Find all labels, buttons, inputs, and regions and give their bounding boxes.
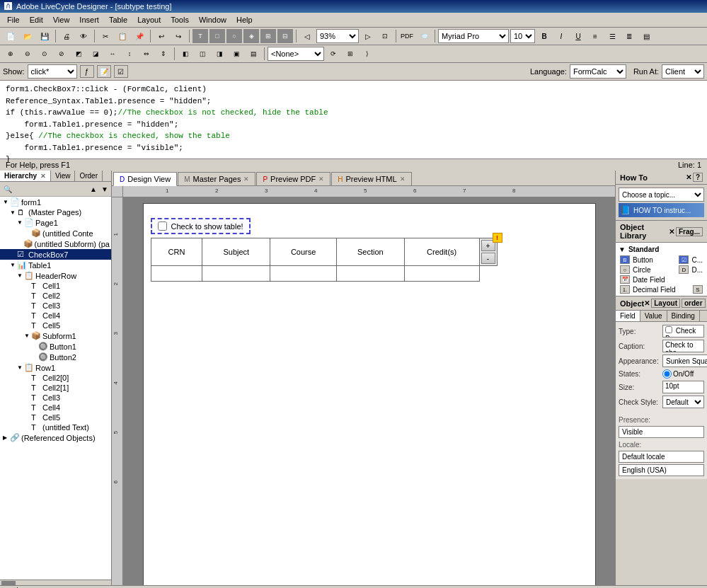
data-course[interactable]: [270, 266, 337, 282]
obj-lib-tab2[interactable]: Frag...: [676, 227, 703, 236]
howto-close-icon[interactable]: ✕: [686, 173, 691, 181]
obj-panel-close-icon[interactable]: ✕: [644, 299, 650, 307]
howto-topic-select[interactable]: Choose a topic...: [619, 188, 704, 202]
menu-table[interactable]: Table: [105, 14, 132, 25]
save-btn[interactable]: 💾: [37, 29, 52, 43]
open-btn[interactable]: 📂: [20, 29, 35, 43]
t2-btn7[interactable]: ↔: [105, 47, 120, 61]
runat-select[interactable]: Client: [662, 64, 704, 79]
pdf-btn[interactable]: PDF: [399, 29, 415, 43]
tree-item-headerrow[interactable]: ▼ 📋 HeaderRow: [0, 270, 111, 281]
canvas-scroll[interactable]: Check to show table! CRN Subject Cour: [123, 197, 615, 585]
t2-btn2[interactable]: ⊖: [20, 47, 35, 61]
menu-window[interactable]: Window: [195, 14, 231, 25]
h-scroll-thumb[interactable]: [1, 581, 16, 585]
t2-btn17[interactable]: ⊞: [343, 47, 358, 61]
obj-lib-item-circle[interactable]: ○ Circle D D...: [619, 265, 704, 275]
hier-search-icon[interactable]: 🔍: [1, 183, 14, 195]
menu-tools[interactable]: Tools: [166, 14, 193, 25]
lang-select[interactable]: FormCalc: [570, 64, 626, 79]
obj-lib-close-icon[interactable]: ✕: [669, 228, 674, 236]
tree-item-row1[interactable]: ▼ 📋 Row1: [0, 362, 111, 373]
tree-item-cell3r[interactable]: T Cell3: [0, 393, 111, 403]
pdf-tab-close-icon[interactable]: ✕: [318, 175, 324, 183]
draw3-btn[interactable]: ○: [226, 29, 242, 43]
t2-btn15[interactable]: ▤: [246, 47, 261, 61]
type-checkbox[interactable]: [665, 326, 672, 333]
obj-panel-tab3[interactable]: order: [682, 299, 706, 308]
t2-btn18[interactable]: ⟩: [360, 47, 375, 61]
tree-item-cell2[interactable]: T Cell2: [0, 291, 111, 301]
data-crn[interactable]: [151, 266, 202, 282]
align-center-btn[interactable]: ☰: [604, 29, 620, 43]
tab-hierarchy[interactable]: Hierarchy ✕: [0, 171, 51, 181]
preview-btn[interactable]: 👁: [76, 29, 91, 43]
html-tab-close-icon[interactable]: ✕: [400, 175, 406, 183]
zoom-select[interactable]: 93%: [316, 29, 359, 43]
tree-item-cell21[interactable]: T Cell2[1]: [0, 383, 111, 393]
tab-preview-pdf[interactable]: P Preview PDF ✕: [256, 172, 330, 185]
expand-icon[interactable]: ▼: [619, 246, 626, 253]
print-btn[interactable]: 🖨: [59, 29, 74, 43]
tree-item-page1[interactable]: ▼ 📄 Page1: [0, 217, 111, 228]
none-select[interactable]: <None>: [268, 47, 324, 61]
obj-panel-tab2[interactable]: Layout: [651, 299, 680, 308]
howto-item-1[interactable]: 📘 HOW TO instruc...: [619, 203, 704, 217]
t2-btn10[interactable]: ⇕: [156, 47, 171, 61]
new-btn[interactable]: 📄: [3, 29, 18, 43]
tree-item-cell1[interactable]: T Cell1: [0, 281, 111, 291]
obj-lib-item-decimal[interactable]: 1. Decimal Field S: [619, 284, 704, 294]
tree-item-cell5r[interactable]: T Cell5: [0, 413, 111, 422]
menu-help[interactable]: Help: [232, 14, 257, 25]
font-select[interactable]: Myriad Pro: [438, 29, 509, 43]
master-tab-close-icon[interactable]: ✕: [243, 175, 249, 183]
menu-insert[interactable]: Insert: [75, 14, 103, 25]
tab-order[interactable]: Order: [75, 171, 103, 181]
tab-design-view[interactable]: D Design View: [113, 172, 177, 186]
tree-item-button2[interactable]: 🔘 Button2: [0, 352, 111, 362]
copy-btn[interactable]: 📋: [115, 29, 130, 43]
hier-down-icon[interactable]: ▼: [100, 184, 110, 194]
script-btn1[interactable]: ƒ: [80, 65, 94, 78]
tree-item-cell4r[interactable]: T Cell4: [0, 403, 111, 413]
underline-btn[interactable]: U: [570, 29, 586, 43]
script-editor[interactable]: form1.CheckBox7::click - (FormCalc, clie…: [0, 81, 707, 158]
tree-item-untitled-cont[interactable]: 📦 (untitled Conte: [0, 228, 111, 238]
obj-lib-item-datefield[interactable]: 📅 Date Field: [619, 275, 704, 284]
checkstyle-select[interactable]: Default: [662, 396, 704, 408]
tree-item-table1[interactable]: ▼ 📊 Table1: [0, 260, 111, 270]
menu-file[interactable]: File: [3, 14, 24, 25]
tab-master-pages[interactable]: M Master Pages ✕: [178, 172, 255, 185]
table-remove-row-btn[interactable]: -: [481, 253, 495, 264]
undo-btn[interactable]: ↩: [154, 29, 169, 43]
zoom-out-btn[interactable]: ◁: [299, 29, 315, 43]
script-btn2[interactable]: 📝: [97, 65, 111, 78]
draw4-btn[interactable]: ◈: [243, 29, 259, 43]
t2-btn1[interactable]: ⊕: [3, 47, 18, 61]
tree-item-form1[interactable]: ▼ 📄 form1: [0, 197, 111, 207]
appearance-select[interactable]: Sunken Square: [662, 354, 707, 367]
hierarchy-close-icon[interactable]: ✕: [40, 173, 46, 180]
menu-edit[interactable]: Edit: [25, 14, 47, 25]
tree-item-cell3[interactable]: T Cell3: [0, 301, 111, 311]
tree-item-cell5[interactable]: T Cell5: [0, 321, 111, 330]
checkbox-element[interactable]: Check to show table!: [151, 218, 251, 234]
italic-btn[interactable]: I: [553, 29, 569, 43]
script-btn3[interactable]: ☑: [114, 65, 128, 78]
radio-onoff-input[interactable]: [662, 369, 672, 379]
t2-btn6[interactable]: ◪: [88, 47, 103, 61]
data-section[interactable]: [336, 266, 404, 282]
tree-item-cell20[interactable]: T Cell2[0]: [0, 373, 111, 383]
obj-tab-binding[interactable]: Binding: [667, 311, 700, 321]
zoom-in-btn[interactable]: ▷: [360, 29, 376, 43]
tree-item-cell4[interactable]: T Cell4: [0, 311, 111, 321]
show-select[interactable]: click*: [28, 64, 77, 79]
draw2-btn[interactable]: □: [209, 29, 225, 43]
t2-btn13[interactable]: ◨: [212, 47, 227, 61]
tree-item-subform1[interactable]: ▼ 📦 Subform1: [0, 330, 111, 341]
radio-onoff[interactable]: On/Off: [662, 369, 694, 379]
tree-item-checkbox7[interactable]: ☑ CheckBox7: [0, 249, 111, 260]
checkbox-control[interactable]: [158, 221, 167, 231]
redo-btn[interactable]: ↪: [171, 29, 186, 43]
dist-btn[interactable]: 📨: [416, 29, 432, 43]
